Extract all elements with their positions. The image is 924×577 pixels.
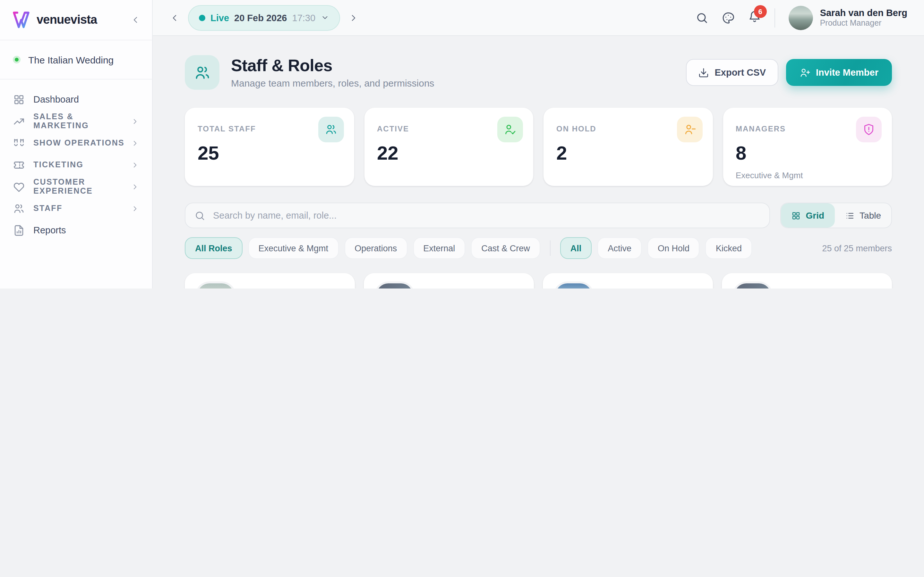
download-icon bbox=[698, 67, 709, 78]
sidebar-item-ticketing[interactable]: TICKETING bbox=[5, 154, 147, 176]
member-avatar: VD bbox=[735, 284, 771, 288]
export-csv-label: Export CSV bbox=[714, 67, 766, 77]
filter-role-all-roles[interactable]: All Roles bbox=[185, 237, 242, 259]
logo-row: venuevista bbox=[0, 0, 152, 40]
filter-divider bbox=[550, 240, 551, 256]
page-header: Staff & Roles Manage team members, roles… bbox=[185, 55, 892, 90]
sidebar-item-label: SALES & MARKETING bbox=[33, 112, 131, 130]
notifications-button[interactable]: 6 bbox=[748, 10, 761, 25]
sidebar: venuevista The Italian Wedding Dashboard… bbox=[0, 0, 153, 288]
live-label: Live bbox=[210, 13, 229, 23]
topbar: Live 20 Feb 2026 17:30 6 Sarah van den B… bbox=[153, 0, 924, 36]
search-button[interactable] bbox=[696, 11, 708, 24]
filter-role-external[interactable]: External bbox=[413, 237, 465, 259]
theater-icon bbox=[13, 137, 25, 149]
live-indicator-dot bbox=[199, 15, 205, 21]
sidebar-item-customer-experience[interactable]: CUSTOMER EXPERIENCE bbox=[5, 176, 147, 197]
members-grid: Sarah van den BergPRODUCT MANAGER7 shows… bbox=[185, 273, 892, 288]
search-input[interactable] bbox=[212, 210, 760, 221]
chevron-right-icon bbox=[131, 204, 139, 213]
sidebar-item-show-operations[interactable]: SHOW OPERATIONS bbox=[5, 132, 147, 154]
file-chart-icon bbox=[13, 224, 25, 236]
filter-status-kicked[interactable]: Kicked bbox=[706, 237, 752, 259]
grid-icon bbox=[791, 211, 801, 220]
role-filter-group: All RolesExecutive & MgmtOperationsExter… bbox=[185, 237, 540, 259]
member-card[interactable]: Marloes Van Der BergLICENTIEHOUDER7 show… bbox=[543, 273, 713, 288]
stat-icon-box bbox=[856, 117, 882, 142]
filter-status-on-hold[interactable]: On Hold bbox=[648, 237, 700, 259]
member-card[interactable]: Sarah van den BergPRODUCT MANAGER7 shows… bbox=[185, 273, 355, 288]
member-card[interactable]: VDVincent De GrootPRODUCER11 shows assig… bbox=[722, 273, 892, 288]
sidebar-item-staff[interactable]: STAFF bbox=[5, 197, 147, 219]
stat-sub: Executive & Mgmt bbox=[736, 171, 879, 180]
trending-up-icon bbox=[13, 115, 25, 127]
topbar-divider bbox=[774, 8, 775, 27]
stat-icon-box bbox=[677, 117, 702, 142]
chevron-right-icon bbox=[131, 139, 139, 147]
invite-member-button[interactable]: Invite Member bbox=[786, 59, 892, 86]
theme-palette-button[interactable] bbox=[722, 11, 735, 24]
event-status-dot bbox=[13, 56, 21, 63]
table-view-label: Table bbox=[859, 210, 881, 221]
staff-page-icon bbox=[185, 55, 220, 90]
filter-status-active[interactable]: Active bbox=[598, 237, 642, 259]
invite-member-label: Invite Member bbox=[816, 67, 879, 77]
users-icon bbox=[194, 64, 211, 81]
grid-view-button[interactable]: Grid bbox=[781, 203, 835, 227]
stat-icon-box bbox=[497, 117, 523, 142]
live-show-selector[interactable]: Live 20 Feb 2026 17:30 bbox=[188, 5, 340, 31]
dashboard-icon bbox=[13, 93, 25, 105]
search-box bbox=[185, 203, 770, 228]
view-toggle: Grid Table bbox=[780, 203, 892, 228]
sidebar-item-label: SHOW OPERATIONS bbox=[33, 139, 124, 147]
filter-role-executive-mgmt[interactable]: Executive & Mgmt bbox=[248, 237, 339, 259]
stat-card-active: ACTIVE22 bbox=[364, 108, 533, 186]
stat-value: 2 bbox=[556, 142, 700, 164]
event-name: The Italian Wedding bbox=[28, 54, 113, 65]
prev-show-button[interactable] bbox=[170, 13, 180, 23]
stat-icon-box bbox=[318, 117, 344, 142]
member-avatar bbox=[556, 284, 591, 288]
next-show-button[interactable] bbox=[348, 13, 359, 23]
member-initials: VD bbox=[735, 284, 771, 288]
search-icon bbox=[194, 210, 205, 221]
user-minus-icon bbox=[683, 123, 696, 136]
chevron-right-icon bbox=[131, 182, 139, 191]
sidebar-item-label: CUSTOMER EXPERIENCE bbox=[33, 177, 131, 195]
shield-icon bbox=[863, 123, 875, 136]
stat-value: 22 bbox=[377, 142, 520, 164]
table-view-button[interactable]: Table bbox=[835, 203, 891, 227]
stat-value: 8 bbox=[736, 142, 879, 164]
sidebar-item-label: Reports bbox=[33, 225, 66, 235]
list-icon bbox=[845, 211, 855, 220]
search-row: Grid Table bbox=[185, 203, 892, 228]
grid-view-label: Grid bbox=[806, 210, 825, 221]
filter-role-operations[interactable]: Operations bbox=[344, 237, 407, 259]
filter-role-cast-crew[interactable]: Cast & Crew bbox=[471, 237, 540, 259]
heart-icon bbox=[13, 181, 25, 193]
filter-status-all[interactable]: All bbox=[560, 237, 592, 259]
event-switcher[interactable]: The Italian Wedding bbox=[0, 40, 152, 79]
user-plus-icon bbox=[799, 67, 810, 78]
main-area: Live 20 Feb 2026 17:30 6 Sarah van den B… bbox=[153, 0, 924, 288]
stat-card-managers: MANAGERS8Executive & Mgmt bbox=[723, 108, 892, 186]
sidebar-item-sales-marketing[interactable]: SALES & MARKETING bbox=[5, 110, 147, 132]
sidebar-item-dashboard[interactable]: Dashboard bbox=[5, 89, 147, 110]
users-icon bbox=[325, 123, 337, 136]
content: Staff & Roles Manage team members, roles… bbox=[153, 36, 924, 288]
topbar-right: 6 Sarah van den Berg Product Manager bbox=[696, 5, 907, 30]
sidebar-item-reports[interactable]: Reports bbox=[5, 219, 147, 241]
member-card[interactable]: DVDaan VermeulenGENERAL MANAGER7 shows a… bbox=[364, 273, 534, 288]
stat-card-on-hold: ON HOLD2 bbox=[543, 108, 712, 186]
sidebar-item-label: STAFF bbox=[33, 204, 63, 213]
sidebar-collapse-button[interactable] bbox=[130, 15, 141, 25]
user-name: Sarah van den Berg bbox=[820, 7, 907, 18]
user-check-icon bbox=[504, 123, 517, 136]
page-title: Staff & Roles bbox=[231, 56, 435, 75]
export-csv-button[interactable]: Export CSV bbox=[686, 59, 778, 86]
user-menu[interactable]: Sarah van den Berg Product Manager bbox=[788, 5, 907, 30]
venuevista-logo-icon bbox=[11, 10, 31, 29]
member-avatar: DV bbox=[376, 284, 413, 288]
user-avatar bbox=[788, 5, 813, 30]
sidebar-item-label: TICKETING bbox=[33, 160, 83, 169]
